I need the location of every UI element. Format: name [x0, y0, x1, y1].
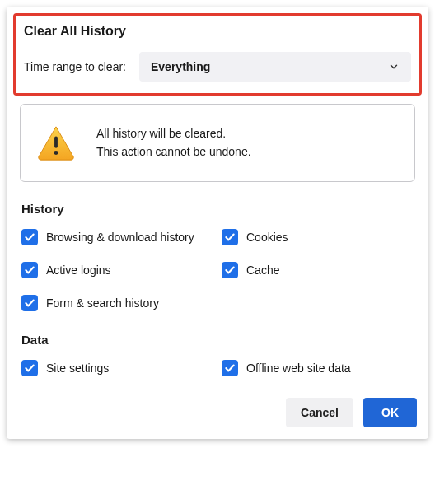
checkbox-cookies[interactable]: Cookies [222, 229, 414, 245]
history-checkbox-grid: Browsing & download history Cookies Acti… [21, 229, 414, 311]
checkbox-label: Form & search history [46, 296, 159, 310]
chevron-down-icon [388, 61, 400, 72]
history-section: History Browsing & download history Cook… [13, 202, 422, 311]
checkmark-icon [21, 360, 38, 376]
checkbox-offline-web-site-data[interactable]: Offline web site data [222, 360, 414, 376]
time-range-value: Everything [151, 60, 210, 73]
checkbox-cache[interactable]: Cache [222, 262, 414, 278]
svg-point-1 [54, 151, 58, 155]
checkbox-label: Browsing & download history [46, 231, 194, 244]
clear-history-dialog: Clear All History Time range to clear: E… [7, 7, 428, 439]
checkmark-icon [21, 262, 38, 278]
cancel-button[interactable]: Cancel [286, 398, 353, 427]
checkbox-browsing-download-history[interactable]: Browsing & download history [21, 229, 213, 245]
checkbox-site-settings[interactable]: Site settings [21, 360, 213, 376]
checkbox-label: Cookies [246, 231, 288, 244]
checkmark-icon [222, 262, 238, 278]
warning-icon [37, 125, 75, 160]
warning-box: All history will be cleared. This action… [20, 104, 415, 182]
checkbox-label: Active logins [46, 264, 111, 277]
warning-text: All history will be cleared. This action… [96, 124, 251, 161]
data-section-title: Data [21, 333, 414, 347]
svg-rect-0 [54, 137, 58, 148]
header-highlight-box: Clear All History Time range to clear: E… [13, 13, 422, 96]
checkmark-icon [21, 229, 38, 245]
data-checkbox-grid: Site settings Offline web site data [21, 360, 414, 376]
data-section: Data Site settings Offline web site data [13, 333, 422, 376]
time-range-label: Time range to clear: [24, 60, 126, 73]
checkbox-form-search-history[interactable]: Form & search history [21, 295, 213, 311]
checkmark-icon [222, 229, 238, 245]
warning-line-1: All history will be cleared. [96, 124, 251, 142]
dialog-title: Clear All History [24, 24, 411, 39]
history-section-title: History [21, 202, 414, 216]
ok-button[interactable]: OK [363, 398, 417, 427]
dialog-actions: Cancel OK [13, 398, 422, 427]
time-range-row: Time range to clear: Everything [24, 52, 411, 82]
warning-line-2: This action cannot be undone. [96, 142, 251, 161]
checkbox-active-logins[interactable]: Active logins [21, 262, 213, 278]
time-range-select[interactable]: Everything [139, 52, 411, 82]
checkmark-icon [21, 295, 38, 311]
checkbox-label: Offline web site data [246, 362, 351, 375]
checkbox-label: Site settings [46, 362, 109, 375]
checkbox-label: Cache [246, 264, 279, 277]
checkmark-icon [222, 360, 238, 376]
